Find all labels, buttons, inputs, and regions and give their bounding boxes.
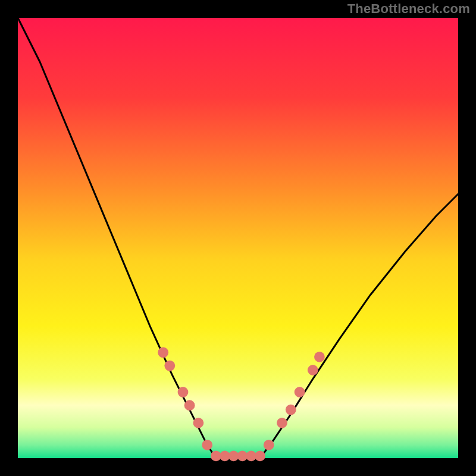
curve-marker	[314, 352, 325, 362]
curve-marker	[164, 361, 175, 371]
curve-marker	[158, 347, 168, 358]
chart-gradient-bg	[18, 18, 458, 458]
watermark-text: TheBottleneck.com	[347, 1, 470, 17]
curve-marker	[286, 405, 296, 415]
bottleneck-curve-chart	[0, 0, 476, 476]
chart-stage: TheBottleneck.com	[0, 0, 476, 476]
curve-marker	[255, 450, 265, 461]
curve-marker	[184, 400, 195, 411]
curve-marker	[202, 440, 212, 450]
curve-marker	[277, 418, 287, 428]
curve-marker	[178, 387, 189, 397]
curve-marker	[193, 418, 204, 428]
curve-marker	[308, 365, 318, 375]
curve-marker	[295, 387, 305, 397]
curve-marker	[264, 440, 274, 450]
